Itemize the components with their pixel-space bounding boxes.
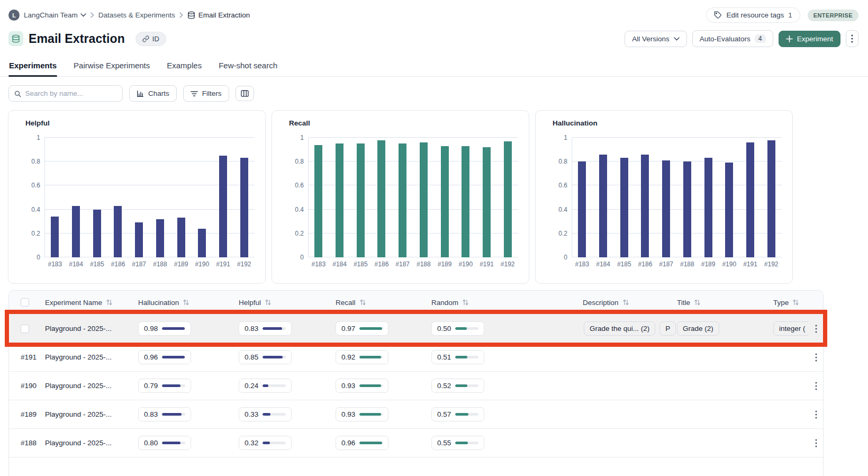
experiment-name-link[interactable]: Playground - 2025-... xyxy=(45,410,138,418)
versions-dropdown[interactable]: All Versions xyxy=(625,31,687,47)
random-score-pill[interactable]: 0.52 xyxy=(431,379,484,393)
row-actions-button[interactable] xyxy=(808,382,824,390)
bar-#190[interactable] xyxy=(725,163,733,257)
experiment-name-link[interactable]: Playground - 2025-... xyxy=(45,353,138,361)
filters-button[interactable]: Filters xyxy=(183,85,229,102)
bar-#186[interactable] xyxy=(377,140,385,257)
helpful-score-pill[interactable]: 0.32 xyxy=(239,436,292,450)
hallucination-score-pill[interactable]: 0.96 xyxy=(138,350,191,364)
breadcrumb-page[interactable]: Email Extraction xyxy=(187,11,250,19)
bar-#186[interactable] xyxy=(641,155,649,257)
random-score-pill[interactable]: 0.50 xyxy=(431,321,484,336)
table-row[interactable]: #188Playground - 2025-...0.800.320.960.5… xyxy=(9,428,823,457)
recall-score-pill[interactable]: 0.96 xyxy=(336,436,388,450)
bar-#183[interactable] xyxy=(314,145,322,257)
description-pill[interactable]: P xyxy=(659,321,676,336)
new-experiment-button[interactable]: Experiment xyxy=(779,31,840,47)
column-header-helpful[interactable]: Helpful xyxy=(239,299,336,307)
search-input[interactable] xyxy=(25,89,117,97)
bar-#183[interactable] xyxy=(51,217,59,257)
tab-few-shot-search[interactable]: Few-shot search xyxy=(218,58,278,76)
bar-#188[interactable] xyxy=(420,142,428,257)
bar-#189[interactable] xyxy=(704,158,712,257)
bar-#190[interactable] xyxy=(462,146,469,257)
bar-#186[interactable] xyxy=(114,206,122,257)
more-actions-button[interactable] xyxy=(846,30,858,47)
bar-#190[interactable] xyxy=(198,229,206,257)
bar-#189[interactable] xyxy=(177,218,185,257)
column-header-hallucination[interactable]: Hallucination xyxy=(138,299,239,307)
recall-score-pill[interactable]: 0.92 xyxy=(336,350,388,364)
bar-#191[interactable] xyxy=(219,156,227,257)
row-checkbox[interactable] xyxy=(21,325,29,333)
bar-#191[interactable] xyxy=(483,147,491,257)
row-actions-button[interactable] xyxy=(808,410,824,419)
breadcrumb-section[interactable]: Datasets & Experiments xyxy=(98,11,175,19)
table-row-highlighted[interactable]: Playground - 2025-...0.980.830.970.50Gra… xyxy=(9,314,823,343)
title-pill[interactable]: Grade (2) xyxy=(677,321,719,336)
bar-#192[interactable] xyxy=(504,141,512,257)
bar-#187[interactable] xyxy=(135,222,143,257)
hallucination-score-pill[interactable]: 0.83 xyxy=(138,407,191,421)
bar-#184[interactable] xyxy=(336,143,343,257)
bar-#185[interactable] xyxy=(93,210,101,257)
recall-score-pill[interactable]: 0.93 xyxy=(336,407,388,421)
bar-#185[interactable] xyxy=(620,158,628,257)
bar-#184[interactable] xyxy=(72,206,80,257)
bar-#188[interactable] xyxy=(156,219,164,257)
table-row[interactable]: #190Playground - 2025-...0.790.240.930.5… xyxy=(9,371,823,400)
select-all-checkbox[interactable] xyxy=(21,298,29,307)
tab-examples[interactable]: Examples xyxy=(166,58,202,76)
recall-score-pill[interactable]: 0.97 xyxy=(336,321,388,336)
tab-experiments[interactable]: Experiments xyxy=(8,58,57,76)
bar-#192[interactable] xyxy=(240,158,248,257)
table-row[interactable]: #191Playground - 2025-...0.960.850.920.5… xyxy=(9,343,823,371)
hallucination-score-pill[interactable]: 0.80 xyxy=(138,436,191,450)
bar-#188[interactable] xyxy=(683,161,691,257)
bar-#189[interactable] xyxy=(441,146,449,257)
helpful-score-pill[interactable]: 0.83 xyxy=(239,321,292,336)
bar-#191[interactable] xyxy=(746,142,754,257)
table-row[interactable]: #189Playground - 2025-...0.830.330.930.5… xyxy=(9,400,823,428)
charts-button[interactable]: Charts xyxy=(129,85,177,102)
hallucination-score-pill[interactable]: 0.98 xyxy=(138,321,191,336)
experiment-name-link[interactable]: Playground - 2025-... xyxy=(45,382,138,390)
helpful-score-pill[interactable]: 0.33 xyxy=(239,407,292,421)
bar-#185[interactable] xyxy=(357,143,365,257)
bar-#187[interactable] xyxy=(399,143,406,257)
row-actions-button[interactable] xyxy=(808,353,824,362)
type-pill[interactable]: integer ( xyxy=(773,321,808,336)
x-axis-tick-label: #183 xyxy=(572,261,593,268)
description-pill[interactable]: Grade the qui... (2) xyxy=(584,321,655,336)
auto-evaluators-button[interactable]: Auto-Evaluators 4 xyxy=(692,30,773,47)
team-avatar[interactable]: L xyxy=(8,10,20,21)
column-header-recall[interactable]: Recall xyxy=(336,299,431,307)
random-score-pill[interactable]: 0.55 xyxy=(431,436,484,450)
tab-pairwise-experiments[interactable]: Pairwise Experiments xyxy=(73,58,150,76)
row-number: #189 xyxy=(21,410,37,418)
helpful-score-pill[interactable]: 0.24 xyxy=(239,379,292,393)
bar-#183[interactable] xyxy=(578,161,586,257)
hallucination-score-pill[interactable]: 0.79 xyxy=(138,379,191,393)
column-header-description[interactable]: Description xyxy=(583,299,677,307)
random-score-pill[interactable]: 0.51 xyxy=(431,350,484,364)
columns-button[interactable] xyxy=(236,86,254,101)
row-actions-button[interactable] xyxy=(808,439,824,447)
bar-#184[interactable] xyxy=(599,155,607,257)
column-header-title[interactable]: Title xyxy=(677,299,773,307)
helpful-score-pill[interactable]: 0.85 xyxy=(239,350,292,364)
x-axis-tick-label: #192 xyxy=(233,261,255,268)
edit-resource-tags-button[interactable]: Edit resource tags 1 xyxy=(706,7,800,23)
row-actions-button[interactable] xyxy=(808,325,824,333)
bar-#192[interactable] xyxy=(767,140,775,257)
recall-score-pill[interactable]: 0.93 xyxy=(336,379,388,393)
experiment-name-link[interactable]: Playground - 2025-... xyxy=(45,439,138,447)
column-header-experiment-name[interactable]: Experiment Name xyxy=(45,299,138,307)
copy-id-button[interactable]: ID xyxy=(135,32,166,46)
breadcrumb-team[interactable]: LangChain Team xyxy=(24,11,86,19)
random-score-pill[interactable]: 0.57 xyxy=(431,407,484,421)
column-header-type[interactable]: Type xyxy=(773,299,808,307)
experiment-name-link[interactable]: Playground - 2025-... xyxy=(45,325,138,333)
bar-#187[interactable] xyxy=(662,160,670,257)
column-header-random[interactable]: Random xyxy=(431,299,583,307)
